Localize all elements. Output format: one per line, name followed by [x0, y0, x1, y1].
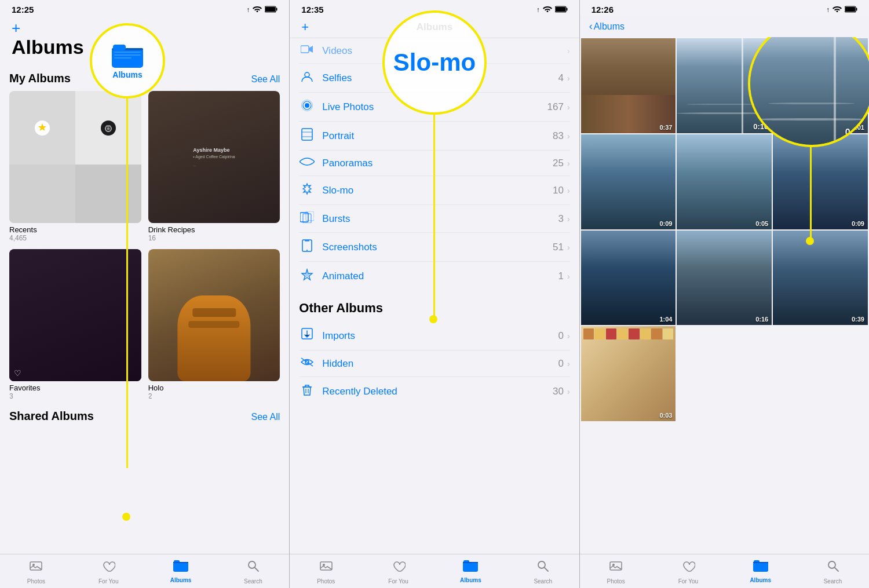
svg-point-7 — [107, 127, 109, 130]
media-item-selfies[interactable]: Selfies 4 › — [299, 64, 569, 93]
svg-point-26 — [305, 72, 309, 77]
tab-albums-1[interactable]: Albums — [145, 559, 217, 585]
p2-header: + Albums — [290, 17, 579, 38]
svg-rect-8 — [106, 125, 111, 127]
photo-cell-3[interactable]: 0:01 — [773, 38, 868, 133]
album-recents-count: 4,465 — [9, 234, 141, 242]
media-name-bursts: Bursts — [322, 213, 558, 225]
svg-point-61 — [828, 561, 835, 568]
live-photos-icon — [299, 99, 315, 115]
my-albums-see-all[interactable]: See All — [251, 74, 280, 85]
photo-duration-6: 0:09 — [852, 220, 864, 227]
media-count-screenshots: 51 — [553, 242, 564, 253]
time-2: 12:35 — [301, 5, 323, 14]
tab-foryou-3[interactable]: For You — [652, 559, 724, 585]
generic-photo-1 — [9, 165, 75, 223]
tab-photos-2[interactable]: Photos — [290, 559, 362, 585]
media-item-videos[interactable]: Videos › — [299, 38, 569, 64]
tab-foryou-2[interactable]: For You — [362, 559, 434, 585]
photo-cell-5[interactable]: 0:05 — [677, 134, 772, 229]
p3-header: ‹ Albums Select — [580, 17, 869, 37]
media-item-hidden[interactable]: Hidden 0 › — [299, 350, 569, 377]
chevron-screenshots: › — [567, 243, 570, 252]
tab-albums-3[interactable]: Albums — [724, 559, 797, 585]
media-name-slomo: Slo-mo — [322, 185, 553, 196]
album-recents[interactable]: Recents 4,465 — [9, 91, 141, 242]
chevron-videos: › — [567, 46, 570, 56]
tab-search-2[interactable]: Search — [507, 559, 579, 585]
media-item-imports[interactable]: Imports 0 › — [299, 322, 569, 350]
photo-duration-4: 0:09 — [659, 220, 672, 227]
tab-search-label-2: Search — [534, 578, 552, 585]
album-favorites-count: 3 — [9, 392, 141, 400]
svg-line-21 — [255, 568, 258, 571]
tab-search-3[interactable]: Search — [797, 559, 869, 585]
chevron-bursts: › — [567, 214, 570, 224]
shared-albums-title: Shared Albums — [9, 410, 94, 423]
photo-cell-1[interactable]: 0:37 — [581, 38, 676, 133]
photo-cell-8[interactable]: 0:16 — [677, 231, 772, 326]
location-icon-3: ↑ — [826, 6, 830, 14]
photo-cell-10[interactable]: 0:03 — [581, 326, 676, 421]
chevron-animated: › — [567, 272, 570, 281]
add-media-button[interactable]: + — [301, 20, 309, 35]
album-drink-recipes[interactable]: Ayshire Maybe • Aged Coffee Caipirina ..… — [148, 91, 280, 242]
tab-bar-2: Photos For You Albums Search — [290, 554, 579, 588]
foryou-tab-icon-2 — [392, 559, 406, 576]
shared-albums-header: Shared Albums See All — [9, 410, 280, 423]
album-recents-info: Recents 4,465 — [9, 225, 141, 242]
album-favorites[interactable]: ♡ Favorites 3 — [9, 249, 141, 400]
photos-tab-icon-2 — [319, 559, 333, 576]
photo-cell-9[interactable]: 0:39 — [773, 231, 868, 326]
tab-photos-3[interactable]: Photos — [580, 559, 652, 585]
photo-cell-4[interactable]: 0:09 — [581, 134, 676, 229]
photos-tab-icon-1 — [29, 559, 43, 576]
tab-albums-2[interactable]: Albums — [434, 559, 507, 585]
back-button[interactable]: ‹ Albums — [589, 20, 625, 32]
media-name-panoramas: Panoramas — [322, 158, 553, 169]
photos-tab-icon-3 — [609, 559, 623, 576]
tab-foryou-1[interactable]: For You — [72, 559, 145, 585]
media-item-deleted[interactable]: Recently Deleted 30 › — [299, 377, 569, 406]
battery-icon-1 — [265, 5, 278, 14]
album-holo[interactable]: Holo 2 — [148, 249, 280, 400]
animated-icon — [299, 268, 315, 284]
videos-icon — [299, 45, 315, 57]
tab-foryou-label-2: For You — [388, 578, 408, 585]
svg-rect-23 — [556, 7, 565, 12]
chevron-slomo: › — [567, 186, 570, 195]
photo-duration-9: 0:39 — [852, 316, 864, 323]
search-tab-icon-2 — [536, 559, 550, 576]
photo-duration-5: 0:05 — [755, 220, 768, 227]
photo-duration-8: 0:16 — [755, 316, 768, 323]
bursts-icon — [299, 211, 315, 226]
photo-cell-6[interactable]: 0:09 — [773, 134, 868, 229]
media-count-bursts: 3 — [558, 213, 564, 225]
deleted-icon — [299, 384, 315, 399]
photo-duration-1: 0:37 — [659, 124, 672, 131]
foryou-tab-icon-3 — [681, 559, 695, 576]
chevron-hidden: › — [567, 359, 570, 368]
callout-line-3 — [810, 147, 812, 240]
media-name-portrait: Portrait — [322, 130, 553, 142]
tab-photos-1[interactable]: Photos — [0, 559, 72, 585]
photo-cell-2-highlighted[interactable]: 0:16 — [677, 38, 772, 133]
tab-search-1[interactable]: Search — [217, 559, 289, 585]
chevron-portrait: › — [567, 132, 570, 141]
portrait-icon — [299, 128, 315, 144]
album-holo-info: Holo 2 — [148, 384, 280, 400]
photo-cell-7[interactable]: 1:04 — [581, 231, 676, 326]
media-count-animated: 1 — [558, 271, 564, 282]
album-recents-name: Recents — [9, 225, 141, 234]
chevron-selfies: › — [567, 74, 570, 83]
selfies-icon — [299, 70, 315, 86]
panel-3-slomo-photos: 12:26 ↑ ‹ Albums Select — [579, 0, 869, 588]
shared-albums-see-all[interactable]: See All — [251, 412, 280, 422]
panel-2-media-types: 12:35 ↑ + Albums Videos › — [289, 0, 579, 588]
add-album-button[interactable]: + — [12, 20, 278, 35]
search-tab-icon-1 — [246, 559, 260, 576]
tab-search-label-1: Search — [244, 578, 262, 585]
media-count-portrait: 83 — [553, 130, 564, 142]
status-bar-2: 12:35 ↑ — [290, 0, 579, 17]
media-name-animated: Animated — [322, 271, 558, 282]
